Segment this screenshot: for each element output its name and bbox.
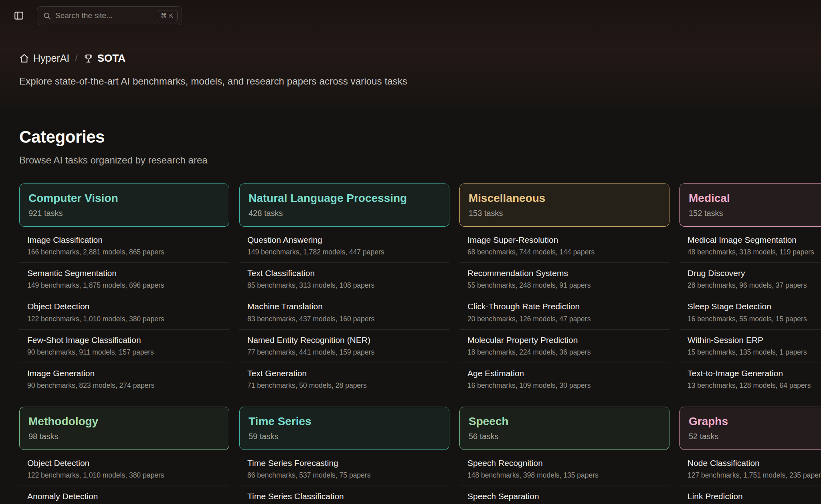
task-stats: 28 benchmarks, 96 models, 37 papers xyxy=(688,281,821,290)
task-title: Object Detection xyxy=(27,458,226,468)
category-title: Medical xyxy=(689,192,821,205)
category-title: Miscellaneous xyxy=(469,192,660,205)
category-header[interactable]: Computer Vision 921 tasks xyxy=(19,183,229,227)
task-title: Age Estimation xyxy=(467,369,666,378)
task-item[interactable]: Time Series Classification 52 benchmarks… xyxy=(239,486,449,504)
task-title: Drug Discovery xyxy=(688,268,821,278)
task-item[interactable]: Machine Translation 83 benchmarks, 437 m… xyxy=(239,296,449,329)
task-title: Time Series Classification xyxy=(247,492,446,501)
task-item[interactable]: Speech Separation 19 benchmarks, 127 mod… xyxy=(459,486,669,504)
task-item[interactable]: Drug Discovery 28 benchmarks, 96 models,… xyxy=(679,263,821,296)
task-list: Node Classification 127 benchmarks, 1,75… xyxy=(679,453,821,504)
task-title: Object Detection xyxy=(27,302,226,311)
category-task-count: 428 tasks xyxy=(249,209,440,218)
task-item[interactable]: Object Detection 122 benchmarks, 1,010 m… xyxy=(19,453,229,486)
category-header[interactable]: Speech 56 tasks xyxy=(459,407,669,450)
task-stats: 149 benchmarks, 1,875 models, 696 papers xyxy=(27,281,226,290)
task-title: Image Generation xyxy=(27,369,226,378)
task-item[interactable]: Node Classification 127 benchmarks, 1,75… xyxy=(679,453,821,486)
category-title: Methodology xyxy=(28,415,220,428)
task-item[interactable]: Link Prediction 80 benchmarks, 497 model… xyxy=(679,486,821,504)
task-item[interactable]: Speech Recognition 148 benchmarks, 398 m… xyxy=(459,453,669,486)
task-item[interactable]: Text Generation 71 benchmarks, 50 models… xyxy=(239,363,449,396)
task-title: Link Prediction xyxy=(688,492,821,501)
task-stats: 148 benchmarks, 398 models, 135 papers xyxy=(467,471,666,480)
task-item[interactable]: Image Generation 90 benchmarks, 823 mode… xyxy=(19,363,229,396)
breadcrumb-separator: / xyxy=(74,53,78,64)
task-title: Node Classification xyxy=(688,458,821,468)
task-title: Anomaly Detection xyxy=(27,492,226,501)
category-header[interactable]: Natural Language Processing 428 tasks xyxy=(239,183,449,227)
category-task-count: 52 tasks xyxy=(689,432,821,441)
task-title: Speech Separation xyxy=(467,492,666,501)
category-task-count: 153 tasks xyxy=(469,209,660,218)
task-stats: 71 benchmarks, 50 models, 28 papers xyxy=(247,381,446,390)
task-item[interactable]: Within-Session ERP 15 benchmarks, 135 mo… xyxy=(679,330,821,363)
task-item[interactable]: Recommendation Systems 55 benchmarks, 24… xyxy=(459,263,669,296)
page-description: Explore state-of-the-art AI benchmarks, … xyxy=(19,76,802,87)
category-header[interactable]: Graphs 52 tasks xyxy=(679,407,821,450)
task-title: Machine Translation xyxy=(247,302,446,311)
task-item[interactable]: Medical Image Segmentation 48 benchmarks… xyxy=(679,230,821,263)
task-item[interactable]: Click-Through Rate Prediction 20 benchma… xyxy=(459,296,669,329)
task-item[interactable]: Age Estimation 16 benchmarks, 109 models… xyxy=(459,363,669,396)
task-list: Image Classification 166 benchmarks, 2,8… xyxy=(19,230,229,396)
task-stats: 16 benchmarks, 55 models, 15 papers xyxy=(688,315,821,323)
category-header[interactable]: Time Series 59 tasks xyxy=(239,407,449,450)
task-item[interactable]: Named Entity Recognition (NER) 77 benchm… xyxy=(239,330,449,363)
task-item[interactable]: Time Series Forecasting 86 benchmarks, 5… xyxy=(239,453,449,486)
breadcrumb-home-link[interactable]: HyperAI xyxy=(19,52,69,64)
task-stats: 68 benchmarks, 744 models, 144 papers xyxy=(467,248,666,256)
task-stats: 83 benchmarks, 437 models, 160 papers xyxy=(247,315,446,323)
task-stats: 127 benchmarks, 1,751 models, 235 papers xyxy=(688,471,821,480)
task-list: Speech Recognition 148 benchmarks, 398 m… xyxy=(459,453,669,504)
task-stats: 90 benchmarks, 823 models, 274 papers xyxy=(27,381,226,390)
category-task-count: 59 tasks xyxy=(249,432,440,441)
category-header[interactable]: Methodology 98 tasks xyxy=(19,407,229,450)
task-title: Image Super-Resolution xyxy=(467,235,666,245)
task-title: Question Answering xyxy=(247,235,446,245)
category-task-count: 56 tasks xyxy=(469,432,660,441)
task-item[interactable]: Text Classification 85 benchmarks, 313 m… xyxy=(239,263,449,296)
panel-left-icon xyxy=(14,10,24,21)
task-title: Click-Through Rate Prediction xyxy=(467,302,666,311)
task-item[interactable]: Anomaly Detection 76 benchmarks, 656 mod… xyxy=(19,486,229,504)
task-item[interactable]: Text-to-Image Generation 13 benchmarks, … xyxy=(679,363,821,396)
search-icon xyxy=(43,12,51,20)
task-item[interactable]: Sleep Stage Detection 16 benchmarks, 55 … xyxy=(679,296,821,329)
task-list: Image Super-Resolution 68 benchmarks, 74… xyxy=(459,230,669,396)
category-card: Natural Language Processing 428 tasks Qu… xyxy=(239,183,449,396)
site-search[interactable]: ⌘ K xyxy=(37,6,182,25)
category-task-count: 921 tasks xyxy=(28,209,220,218)
categories-grid: Computer Vision 921 tasks Image Classifi… xyxy=(19,183,802,504)
task-item[interactable]: Molecular Property Prediction 18 benchma… xyxy=(459,330,669,363)
task-title: Semantic Segmentation xyxy=(27,268,226,278)
search-input[interactable] xyxy=(55,11,153,20)
task-stats: 166 benchmarks, 2,881 models, 865 papers xyxy=(27,248,226,256)
task-list: Medical Image Segmentation 48 benchmarks… xyxy=(679,230,821,396)
task-stats: 86 benchmarks, 537 models, 75 papers xyxy=(247,471,446,480)
category-card: Medical 152 tasks Medical Image Segmenta… xyxy=(679,183,821,396)
task-list: Question Answering 149 benchmarks, 1,782… xyxy=(239,230,449,396)
category-card: Methodology 98 tasks Object Detection 12… xyxy=(19,407,229,504)
sidebar-toggle-button[interactable] xyxy=(10,7,27,24)
task-title: Named Entity Recognition (NER) xyxy=(247,335,446,345)
category-card: Graphs 52 tasks Node Classification 127 … xyxy=(679,407,821,504)
task-item[interactable]: Object Detection 122 benchmarks, 1,010 m… xyxy=(19,296,229,329)
breadcrumb-current-label: SOTA xyxy=(97,52,125,65)
task-item[interactable]: Question Answering 149 benchmarks, 1,782… xyxy=(239,230,449,263)
keyboard-shortcut-badge: ⌘ K xyxy=(157,10,178,21)
section-title: Categories xyxy=(19,127,802,147)
category-header[interactable]: Medical 152 tasks xyxy=(679,183,821,227)
breadcrumb: HyperAI / SOTA xyxy=(19,52,802,65)
category-task-count: 98 tasks xyxy=(28,432,220,441)
task-stats: 122 benchmarks, 1,010 models, 380 papers xyxy=(27,315,226,323)
task-stats: 77 benchmarks, 441 models, 159 papers xyxy=(247,348,446,357)
category-header[interactable]: Miscellaneous 153 tasks xyxy=(459,183,669,227)
task-item[interactable]: Image Classification 166 benchmarks, 2,8… xyxy=(19,230,229,263)
task-item[interactable]: Semantic Segmentation 149 benchmarks, 1,… xyxy=(19,263,229,296)
task-item[interactable]: Image Super-Resolution 68 benchmarks, 74… xyxy=(459,230,669,263)
task-item[interactable]: Few-Shot Image Classification 90 benchma… xyxy=(19,330,229,363)
category-title: Graphs xyxy=(689,415,821,428)
task-stats: 149 benchmarks, 1,782 models, 447 papers xyxy=(247,248,446,256)
